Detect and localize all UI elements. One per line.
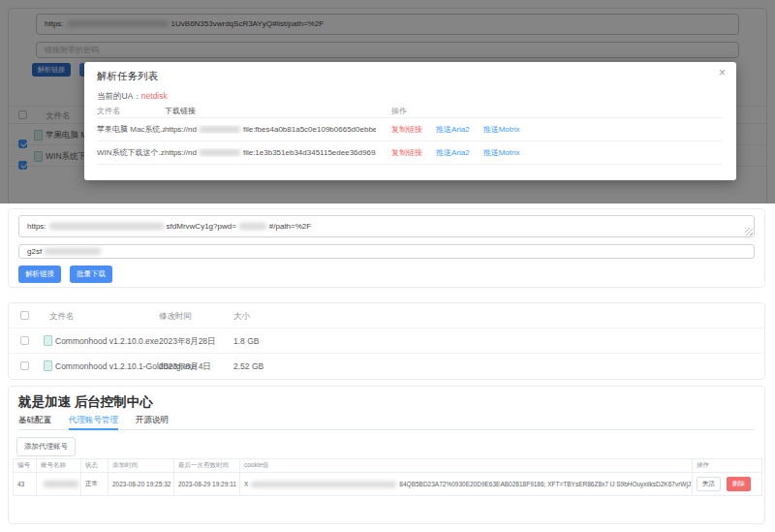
password-value: g2sf [27, 247, 42, 256]
table-row[interactable]: Commonhood v1.2.10.0.exe 2023年8月28日 1.8 … [9, 329, 764, 354]
filename-header: 文件名 [49, 303, 75, 329]
account-id: 43 [14, 472, 37, 495]
filename: Commonhood v1.2.10.0.exe [55, 329, 159, 354]
row-checkbox[interactable] [20, 361, 29, 370]
cookie-visible: 84QB5BD23A72%0930E20D9E63EAB02818F9186; … [399, 481, 692, 487]
ua-value: netdisk [141, 91, 168, 101]
link-prefix: https://nd [165, 125, 197, 134]
redacted-text [200, 126, 240, 133]
row-checkbox[interactable] [20, 336, 29, 345]
account-status: 正常 [81, 472, 108, 495]
download-link: https://ndfile:fbes4a0b81a5c0e109b0665d0… [165, 125, 376, 134]
table-header-row: 文件名 下载链接 操作 [97, 105, 723, 118]
redacted-text [251, 482, 396, 487]
tab-bar: 基础配置 代理账号管理 开源说明 [18, 413, 755, 430]
file-size: 1.8 GB [233, 329, 259, 354]
url-seg: #/path=%2F [269, 222, 311, 231]
modal-title: 解析任务列表 [97, 70, 158, 83]
close-icon[interactable]: × [719, 67, 726, 78]
resize-grip[interactable] [745, 228, 753, 235]
push-aria2-action[interactable]: 推送Aria2 [436, 124, 470, 135]
added-time: 2023-08-20 19:25:32 [108, 472, 174, 495]
file-icon [44, 360, 52, 371]
table-header-row: 编号 账号名称 状态 添加时间 最后一次有效时间 cookie值 操作 [14, 459, 762, 473]
added-time-header: 添加时间 [108, 459, 174, 473]
ua-label: 当前的UA： [97, 91, 141, 101]
delete-button[interactable]: 删除 [727, 477, 751, 491]
redacted-text [44, 481, 78, 487]
batch-download-button[interactable]: 批量下载 [70, 266, 112, 283]
account-name [37, 472, 81, 495]
status-header: 状态 [81, 459, 108, 473]
admin-panel-card: 就是加速 后台控制中心 基础配置 代理账号管理 开源说明 添加代理账号 编号 账… [8, 386, 765, 524]
push-aria2-action[interactable]: 推送Aria2 [436, 147, 470, 158]
table-row[interactable]: Commonhood v1.2.10.1-GoldBerg.exe 2023年8… [9, 354, 764, 379]
row-actions: 复制链接 推送Aria2 推送Motrix [376, 147, 723, 158]
copy-link-action[interactable]: 复制链接 [391, 124, 422, 135]
modified-date: 2023年8月4日 [159, 354, 211, 379]
filename-header: 文件名 [97, 106, 165, 116]
table-row: 苹果电脑 Mac系统.zip https://ndfile:fbes4a0b81… [97, 118, 723, 141]
row-actions: 复制链接 推送Aria2 推送Motrix [376, 124, 723, 135]
cookie-header: cookie值 [240, 459, 693, 473]
modified-date: 2023年8月28日 [159, 329, 216, 354]
link-suffix: file:fbes4a0b81a5c0e109b0665d0ebbe50c?bk… [243, 125, 376, 134]
push-motrix-action[interactable]: 推送Motrix [483, 147, 520, 158]
parse-link-button[interactable]: 解析链接 [18, 266, 61, 283]
table-row: 43 正常 2023-08-20 19:25:32 2023-08-29 19:… [14, 472, 762, 495]
parser-card: https:sfdMrvwCy1g?pwd=#/path=%2F g2sf 解析… [8, 208, 765, 288]
share-url-textarea[interactable]: https:sfdMrvwCy1g?pwd=#/path=%2F [18, 215, 755, 237]
page-title: 就是加速 后台控制中心 [18, 393, 153, 411]
file-icon [44, 335, 52, 346]
cookie-prefix: X [244, 481, 248, 487]
tab-basic-config[interactable]: 基础配置 [18, 413, 51, 429]
share-password-input[interactable]: g2sf [18, 244, 755, 259]
redacted-text [200, 149, 240, 156]
size-header: 大小 [233, 303, 250, 329]
last-valid-time-header: 最后一次有效时间 [174, 459, 240, 473]
table-header-row: 文件名 修改时间 大小 [9, 303, 764, 329]
redacted-text [239, 223, 266, 230]
current-ua-line: 当前的UA：netdisk [97, 91, 168, 103]
account-table: 编号 账号名称 状态 添加时间 最后一次有效时间 cookie值 操作 43 正… [13, 458, 762, 496]
dimmed-page-region: https:1UvB6N353vwrdqScR3AYyQ#list/path=%… [0, 0, 775, 203]
url-seg: sfdMrvwCy1g?pwd= [167, 222, 236, 231]
parse-task-modal: 解析任务列表 × 当前的UA：netdisk 文件名 下载链接 操作 苹果电脑 … [84, 62, 736, 180]
id-header: 编号 [14, 459, 37, 473]
tab-proxy-account-management[interactable]: 代理账号管理 [69, 413, 118, 430]
modified-header: 修改时间 [159, 303, 192, 329]
filename: WIN系统下载这个.zip [97, 147, 165, 158]
cookie-value: X84QB5BD23A72%0930E20D9E63EAB02818F9186;… [240, 472, 693, 495]
download-link-header: 下载链接 [165, 106, 376, 116]
add-proxy-account-button[interactable]: 添加代理账号 [16, 437, 76, 456]
select-all-checkbox[interactable] [20, 311, 29, 320]
table-row: WIN系统下载这个.zip https://ndfile:1e3b351eb34… [97, 141, 723, 165]
copy-link-action[interactable]: 复制链接 [391, 147, 422, 158]
push-motrix-action[interactable]: 推送Motrix [483, 124, 520, 135]
tab-open-source-notes[interactable]: 开源说明 [136, 413, 169, 429]
file-list-card: 文件名 修改时间 大小 Commonhood v1.2.10.0.exe 202… [8, 302, 765, 380]
button-row: 解析链接 批量下载 [18, 266, 112, 283]
filename: 苹果电脑 Mac系统.zip [97, 124, 165, 135]
redacted-text [45, 248, 101, 255]
url-seg: https: [27, 222, 46, 231]
last-valid-time: 2023-08-29 19:29:11 [174, 472, 240, 495]
actions-header: 操作 [693, 459, 762, 473]
row-actions: 失活 删除 [693, 472, 762, 495]
parse-result-table: 文件名 下载链接 操作 苹果电脑 Mac系统.zip https://ndfil… [97, 105, 723, 165]
link-prefix: https://nd [165, 148, 197, 157]
link-suffix: file:1e3b351eb34d345115edee36d9692iad?bk… [243, 148, 376, 157]
actions-header: 操作 [376, 106, 723, 116]
redacted-text [49, 223, 164, 230]
deactivate-button[interactable]: 失活 [697, 477, 721, 491]
file-size: 2.52 GB [233, 354, 264, 379]
screen: https:1UvB6N353vwrdqScR3AYyQ#list/path=%… [0, 0, 775, 532]
download-link: https://ndfile:1e3b351eb34d345115edee36d… [165, 148, 376, 157]
account-name-header: 账号名称 [37, 459, 81, 473]
